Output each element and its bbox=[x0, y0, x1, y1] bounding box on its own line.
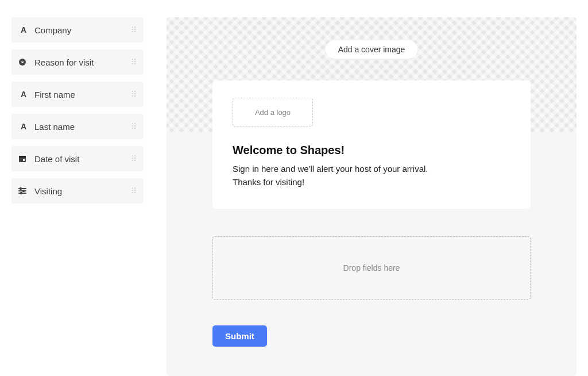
field-item-visiting[interactable]: Visiting ⠿ bbox=[11, 178, 144, 204]
field-label: Company bbox=[34, 25, 71, 35]
field-item-company[interactable]: A Company ⠿ bbox=[11, 17, 144, 43]
text-icon: A bbox=[18, 90, 29, 99]
form-description: Sign in here and we'll alert your host o… bbox=[233, 163, 510, 189]
text-icon: A bbox=[18, 25, 29, 34]
submit-button[interactable]: Submit bbox=[212, 325, 267, 347]
form-header-card: Add a logo Welcome to Shapes! Sign in he… bbox=[212, 80, 531, 209]
form-canvas: Add a cover image Add a logo Welcome to … bbox=[167, 17, 577, 376]
field-label: Visiting bbox=[34, 186, 62, 196]
svg-rect-3 bbox=[23, 159, 25, 161]
dropdown-icon bbox=[18, 58, 29, 66]
submit-row: Submit bbox=[212, 325, 531, 347]
settings-icon bbox=[18, 187, 29, 195]
svg-point-7 bbox=[20, 188, 22, 190]
field-item-firstname[interactable]: A First name ⠿ bbox=[11, 82, 144, 107]
calendar-icon bbox=[18, 155, 29, 163]
add-logo-button[interactable]: Add a logo bbox=[233, 98, 313, 126]
drag-handle-icon[interactable]: ⠿ bbox=[131, 26, 137, 34]
add-logo-label: Add a logo bbox=[255, 108, 291, 117]
field-palette: A Company ⠿ Reason for visit ⠿ A First n… bbox=[11, 17, 144, 376]
field-item-date[interactable]: Date of visit ⠿ bbox=[11, 146, 144, 171]
add-cover-button[interactable]: Add a cover image bbox=[326, 40, 418, 59]
svg-point-9 bbox=[21, 193, 22, 194]
text-icon: A bbox=[18, 122, 29, 131]
svg-rect-2 bbox=[19, 156, 26, 158]
form-title: Welcome to Shapes! bbox=[233, 144, 510, 157]
drop-zone-label: Drop fields here bbox=[343, 263, 400, 273]
field-label: First name bbox=[34, 90, 75, 99]
field-item-lastname[interactable]: A Last name ⠿ bbox=[11, 114, 144, 139]
drag-handle-icon[interactable]: ⠿ bbox=[131, 187, 137, 195]
drag-handle-icon[interactable]: ⠿ bbox=[131, 58, 137, 66]
field-drop-zone[interactable]: Drop fields here bbox=[212, 236, 531, 300]
field-label: Last name bbox=[34, 122, 75, 132]
svg-point-8 bbox=[23, 190, 25, 192]
drag-handle-icon[interactable]: ⠿ bbox=[131, 155, 137, 163]
field-label: Reason for visit bbox=[34, 57, 94, 67]
drag-handle-icon[interactable]: ⠿ bbox=[131, 90, 137, 98]
drag-handle-icon[interactable]: ⠿ bbox=[131, 122, 137, 131]
field-item-reason[interactable]: Reason for visit ⠿ bbox=[11, 49, 144, 75]
field-label: Date of visit bbox=[34, 154, 79, 164]
